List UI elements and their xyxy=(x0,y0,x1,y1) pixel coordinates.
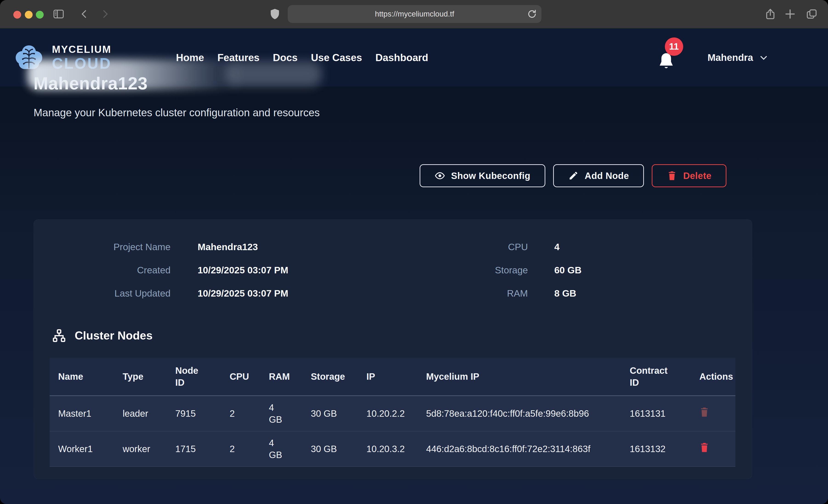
screenshot-stage: https://myceliumcloud.tf xyxy=(0,0,828,504)
cell-value: 10.20.3.2 xyxy=(366,444,405,454)
page-body: Mahendra123 Manage your Kubernetes clust… xyxy=(0,87,828,504)
button-label: Show Kubeconfig xyxy=(451,171,530,181)
info-label-project-name: Project Name xyxy=(34,242,170,252)
column-header-label: Name xyxy=(58,372,83,382)
button-label: Add Node xyxy=(585,171,629,181)
table-header-row: NameTypeNode IDCPURAMStorageIPMycelium I… xyxy=(50,358,735,396)
privacy-shield-icon[interactable] xyxy=(268,8,281,20)
privacy-blur-smudge-2 xyxy=(225,61,322,87)
cell-value: 446:d2a6:8bcd:8c16:ff0f:72e2:3114:863f xyxy=(426,442,619,456)
cell-value: 2 xyxy=(230,409,235,419)
minimize-window-button[interactable] xyxy=(25,11,33,18)
column-header-type: Type xyxy=(115,358,167,396)
delete-node-button-worker1[interactable] xyxy=(699,442,709,454)
cell-value: 2 xyxy=(230,444,235,454)
column-header-label: Type xyxy=(123,372,143,382)
user-name: Mahendra xyxy=(708,52,753,63)
address-bar[interactable]: https://myceliumcloud.tf xyxy=(288,5,541,23)
new-tab-icon[interactable] xyxy=(784,8,796,20)
navbar-right: 11 Mahendra xyxy=(658,44,768,72)
column-header-node-id: Node ID xyxy=(167,358,221,396)
info-value-created: 10/29/2025 03:07 PM xyxy=(198,265,436,276)
cluster-info-left: Project NameMahendra123Created10/29/2025… xyxy=(34,242,436,299)
cluster-actions-row: Show KubeconfigAdd NodeDelete xyxy=(34,164,727,187)
fullscreen-window-button[interactable] xyxy=(36,11,44,18)
sidebar-toggle-icon[interactable] xyxy=(52,8,65,20)
nodes-table-wrap: NameTypeNode IDCPURAMStorageIPMycelium I… xyxy=(50,358,735,467)
url-text: https://myceliumcloud.tf xyxy=(375,10,454,18)
cluster-nodes-title: Cluster Nodes xyxy=(75,329,153,342)
column-header-label: IP xyxy=(366,372,375,382)
cell-value: 30 GB xyxy=(311,444,337,454)
info-value-ram: 8 GB xyxy=(554,288,752,299)
delete-node-button-master1[interactable] xyxy=(699,406,709,419)
column-header-name: Name xyxy=(50,358,115,396)
column-header-mycelium-ip: Mycelium IP xyxy=(418,358,621,396)
nav-link-dashboard[interactable]: Dashboard xyxy=(375,50,429,66)
refresh-icon[interactable] xyxy=(527,9,537,19)
cell-ram: 4 GB xyxy=(261,431,302,467)
cell-type: leader xyxy=(115,396,167,431)
cell-mycelium-ip: 5d8:78ea:a120:f40c:ff0f:a5fe:99e6:8b96 xyxy=(418,396,621,431)
cell-node-id: 1715 xyxy=(167,431,221,467)
cell-value: 7915 xyxy=(175,409,196,419)
column-header-actions: Actions xyxy=(691,358,735,396)
cell-name: Master1 xyxy=(50,396,115,431)
column-header-label: Contract ID xyxy=(630,365,671,388)
user-menu[interactable]: Mahendra xyxy=(708,52,768,63)
cell-cpu: 2 xyxy=(221,396,261,431)
cluster-card: Project NameMahendra123Created10/29/2025… xyxy=(34,219,752,479)
share-icon[interactable] xyxy=(764,8,777,20)
cell-value: 4 GB xyxy=(269,437,285,461)
column-header-label: Node ID xyxy=(175,365,210,388)
pencil-icon xyxy=(568,170,579,181)
cell-ip: 10.20.2.2 xyxy=(358,396,418,431)
browser-toolbar: https://myceliumcloud.tf xyxy=(0,0,828,29)
tab-overview-icon[interactable] xyxy=(805,8,818,20)
cell-ram: 4 GB xyxy=(261,396,302,431)
cell-storage: 30 GB xyxy=(302,431,358,467)
column-header-storage: Storage xyxy=(302,358,358,396)
delete-button[interactable]: Delete xyxy=(652,164,727,187)
notifications-button[interactable]: 11 xyxy=(658,52,675,72)
cell-contract-id: 1613132 xyxy=(621,431,691,467)
column-header-label: Mycelium IP xyxy=(426,372,479,382)
close-window-button[interactable] xyxy=(13,11,21,18)
cell-value: Worker1 xyxy=(58,444,93,454)
nav-link-use-cases[interactable]: Use Cases xyxy=(310,50,363,66)
show-kubeconfig-button[interactable]: Show Kubeconfig xyxy=(420,164,545,187)
nodes-table: NameTypeNode IDCPURAMStorageIPMycelium I… xyxy=(50,358,735,467)
info-label-ram: RAM xyxy=(436,288,528,299)
info-label-cpu: CPU xyxy=(436,242,528,252)
node-row-worker1: Worker1worker171524 GB30 GB10.20.3.2446:… xyxy=(50,431,735,467)
main-content: Manage your Kubernetes cluster configura… xyxy=(0,87,828,479)
cell-contract-id: 1613131 xyxy=(621,396,691,431)
cluster-info-grid: Project NameMahendra123Created10/29/2025… xyxy=(34,220,752,299)
column-header-contract-id: Contract ID xyxy=(621,358,691,396)
cluster-info-right: CPU4Storage60 GBRAM8 GB xyxy=(436,242,752,299)
button-label: Delete xyxy=(683,171,711,181)
cell-actions xyxy=(691,431,735,467)
column-header-ram: RAM xyxy=(261,358,302,396)
privacy-blur-smudge xyxy=(28,59,244,90)
cell-value: 4 GB xyxy=(269,402,285,425)
info-label-created: Created xyxy=(34,265,170,276)
cell-value: Master1 xyxy=(58,409,91,419)
cell-value: 30 GB xyxy=(311,409,337,419)
cell-storage: 30 GB xyxy=(302,396,358,431)
cell-node-id: 7915 xyxy=(167,396,221,431)
info-value-cpu: 4 xyxy=(554,242,752,252)
node-row-master1: Master1leader791524 GB30 GB10.20.2.25d8:… xyxy=(50,396,735,431)
back-icon[interactable] xyxy=(79,8,89,20)
network-topology-icon xyxy=(52,328,67,343)
cell-value: leader xyxy=(123,409,148,419)
cell-type: worker xyxy=(115,431,167,467)
add-node-button[interactable]: Add Node xyxy=(553,164,644,187)
cell-mycelium-ip: 446:d2a6:8bcd:8c16:ff0f:72e2:3114:863f xyxy=(418,431,621,467)
forward-icon[interactable] xyxy=(100,8,110,20)
cell-actions xyxy=(691,396,735,431)
column-header-cpu: CPU xyxy=(221,358,261,396)
column-header-label: Actions xyxy=(699,372,733,382)
brand-line1: MYCELIUM xyxy=(52,44,112,54)
info-value-last-updated: 10/29/2025 03:07 PM xyxy=(198,288,436,299)
